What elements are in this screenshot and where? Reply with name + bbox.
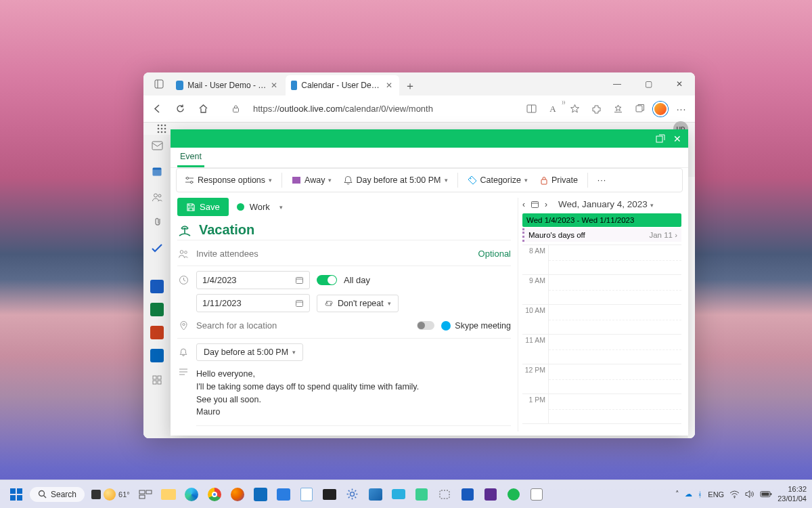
bullets-icon[interactable] (359, 430, 374, 431)
hour-cell[interactable] (548, 364, 681, 394)
snip-icon[interactable] (434, 484, 455, 505)
tab-mail[interactable]: Mail - User Demo - Outlook ✕ (171, 75, 284, 96)
start-date-input[interactable]: 1/4/2023 (196, 271, 310, 289)
word-icon[interactable] (150, 280, 164, 293)
hour-cell[interactable] (548, 335, 681, 364)
popout-icon[interactable] (656, 134, 665, 144)
skype-meeting[interactable]: Skype meeting (441, 321, 511, 331)
clear-format-icon[interactable] (196, 430, 211, 431)
explorer-icon[interactable] (158, 484, 179, 505)
end-date-input[interactable]: 1/11/2023 (196, 294, 310, 312)
back-button[interactable] (149, 101, 165, 117)
repeat-picker[interactable]: Don't repeat▾ (317, 295, 399, 312)
screenshot-icon[interactable] (523, 101, 539, 117)
edge-icon[interactable] (181, 484, 202, 505)
firefox-icon[interactable] (227, 484, 248, 505)
underline-icon[interactable]: U (298, 430, 313, 431)
current-date[interactable]: Wed, January 4, 2023 ▾ (558, 199, 654, 209)
notepad-icon[interactable] (296, 484, 317, 505)
excel-icon[interactable] (150, 303, 164, 316)
taskbar-search[interactable]: Search (30, 487, 85, 502)
hour-cell[interactable] (548, 275, 681, 304)
save-button[interactable]: Save (177, 198, 229, 216)
terminal-icon[interactable] (319, 484, 340, 505)
categorize[interactable]: Categorize▾ (464, 173, 532, 188)
hour-cell[interactable] (548, 245, 681, 274)
people-icon[interactable] (149, 189, 165, 205)
favorites-list-icon[interactable] (610, 101, 626, 117)
response-options[interactable]: Response options▾ (181, 173, 276, 188)
calendar-icon[interactable] (149, 163, 165, 179)
decrease-size-icon[interactable]: A▾ (237, 430, 252, 431)
refresh-button[interactable] (172, 101, 188, 117)
app-launcher-icon[interactable] (150, 124, 173, 133)
minimize-button[interactable]: ― (602, 72, 633, 96)
hour-cell[interactable] (548, 394, 681, 423)
language-indicator[interactable]: ENG (708, 490, 724, 499)
wifi-icon[interactable] (729, 490, 740, 499)
tab-calendar[interactable]: Calendar - User Demo - Outloo… ✕ (286, 75, 399, 96)
volume-icon[interactable] (745, 490, 754, 499)
files-icon[interactable] (149, 215, 165, 231)
paint-icon[interactable] (526, 484, 547, 505)
more-ribbon-icon[interactable]: ··· (593, 173, 610, 188)
allday-toggle[interactable] (317, 275, 337, 285)
location-toggle[interactable] (417, 321, 434, 330)
collections-icon[interactable] (631, 101, 648, 117)
vmware-icon[interactable] (365, 484, 386, 505)
next-day-icon[interactable]: › (545, 200, 547, 209)
attendees-input[interactable] (196, 245, 472, 262)
another-app-icon[interactable] (480, 484, 501, 505)
day-event[interactable]: Mauro's days off Jan 11 › (522, 228, 681, 242)
task-view-icon[interactable] (135, 484, 156, 505)
font-color-icon[interactable]: A▾ (338, 430, 353, 431)
app-green-icon[interactable] (411, 484, 432, 505)
numbers-icon[interactable]: 123 (379, 430, 394, 431)
close-tab-icon[interactable]: ✕ (386, 81, 392, 90)
onedrive-tray-icon[interactable]: ☁ (685, 490, 692, 499)
weather-widget[interactable]: 61° (91, 488, 130, 501)
optional-link[interactable]: Optional (478, 249, 511, 259)
tab-actions-icon[interactable] (148, 72, 171, 96)
bold-icon[interactable]: B (257, 430, 272, 431)
favorite-star-icon[interactable] (566, 101, 583, 117)
maximize-button[interactable]: ▢ (633, 72, 664, 96)
tab-event[interactable]: Event (177, 148, 204, 167)
mail-icon[interactable] (149, 137, 165, 154)
font-size-icon[interactable]: AA (217, 430, 231, 431)
hour-cell[interactable] (548, 305, 681, 334)
close-window-button[interactable]: ✕ (664, 72, 695, 96)
close-tab-icon[interactable]: ✕ (271, 81, 277, 90)
todo-icon[interactable] (149, 240, 165, 257)
more-format-icon[interactable]: ··· (420, 430, 434, 431)
outlook-taskbar-icon[interactable] (250, 484, 271, 505)
location-input[interactable] (196, 317, 410, 334)
clock[interactable]: 16:32 23/01/04 (777, 485, 807, 503)
extensions-icon[interactable] (588, 101, 604, 117)
show-as[interactable]: Away▾ (288, 173, 336, 188)
description-text[interactable]: Hello everyone, I'll be taking some days… (196, 366, 419, 421)
more-apps-icon[interactable] (149, 372, 165, 388)
allday-event-pill[interactable]: Wed 1/4/2023 - Wed 1/11/2023 (522, 213, 681, 227)
more-menu-icon[interactable]: ··· (673, 101, 690, 117)
spotify-icon[interactable] (503, 484, 524, 505)
new-tab-button[interactable]: ＋ (401, 77, 420, 96)
close-icon[interactable]: ✕ (673, 133, 681, 144)
profile-avatar[interactable] (653, 102, 668, 117)
private[interactable]: Private (536, 173, 582, 188)
calendar-picker[interactable]: Work ▾ (237, 202, 283, 212)
today-calendar-icon[interactable] (531, 200, 539, 209)
outdent-icon[interactable] (399, 430, 414, 431)
tray-chevron-icon[interactable]: ˄ (675, 490, 679, 499)
settings-icon[interactable] (342, 484, 363, 505)
store-icon[interactable] (273, 484, 294, 505)
powerpoint-icon[interactable] (150, 326, 164, 339)
italic-icon[interactable]: I (277, 430, 292, 431)
start-button[interactable] (5, 484, 27, 505)
reminder-ribbon[interactable]: Day before at 5:00 PM▾ (340, 173, 451, 188)
highlight-icon[interactable]: ▾ (318, 430, 333, 431)
reminder-picker[interactable]: Day before at 5:00 PM▾ (196, 343, 303, 361)
read-aloud-icon[interactable]: A)) (545, 101, 561, 117)
home-button[interactable] (195, 101, 211, 117)
bluetooth-icon[interactable]: ᚼ (698, 490, 702, 499)
